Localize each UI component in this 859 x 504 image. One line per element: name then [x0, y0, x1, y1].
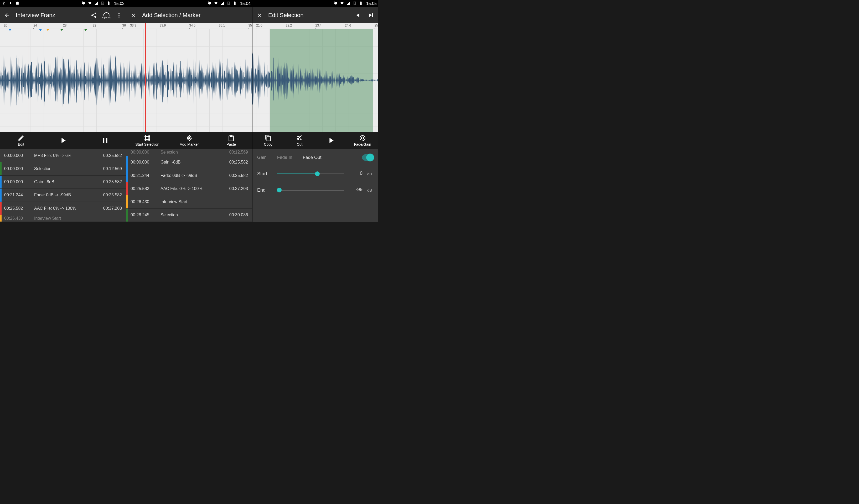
marker-icon[interactable] [39, 29, 42, 31]
list-description: Selection [156, 212, 224, 217]
auphonic-button[interactable]: auphonic [103, 11, 110, 19]
list-item[interactable]: 00:00.000 Gain: -8dB 00:25.582 [0, 176, 126, 189]
list-item[interactable]: 00:25.582 AAC File: 0% -> 100% 00:37.203 [0, 202, 126, 215]
playhead[interactable] [28, 23, 28, 132]
add-marker-button[interactable]: Add Marker [168, 135, 210, 146]
edit-list[interactable]: 00:00.000 MP3 File: 0% -> 6% 00:25.582 0… [0, 149, 126, 222]
ruler-tick: 23.4 [316, 23, 321, 27]
wifi-icon [88, 1, 92, 6]
ruler-tick: 28 [63, 23, 66, 27]
start-selection-button[interactable]: Start Selection [126, 135, 168, 146]
wifi-icon [340, 1, 344, 6]
list-description: AAC File: 0% -> 100% [156, 186, 224, 191]
time-ruler[interactable]: 2024283236 [0, 23, 126, 29]
slider-track[interactable] [277, 174, 344, 174]
list-item[interactable]: 00:00.000 MP3 File: 0% -> 6% 00:25.582 [0, 149, 126, 162]
cut-button[interactable]: Cut [284, 135, 316, 146]
ruler-tick: 32 [93, 23, 96, 27]
list-end-time: 00:12.569 [98, 167, 126, 171]
ruler-tick: 35.7 [248, 23, 252, 27]
list-end-time: 00:25.582 [98, 153, 126, 158]
fade-gain-button[interactable]: Fade/Gain [347, 135, 378, 146]
waveform[interactable] [0, 29, 126, 132]
slider-thumb[interactable] [315, 171, 320, 176]
list-item[interactable]: 00:26.430 Interview Start [0, 215, 126, 222]
fade-toggle[interactable] [362, 154, 374, 161]
play-button[interactable] [42, 136, 84, 145]
alarm-icon [334, 1, 338, 6]
list-end-time: 00:37.203 [98, 206, 126, 211]
toolbar: Edit [0, 132, 126, 149]
waveform-area[interactable]: 33.333.934.535.135.7 [126, 23, 252, 132]
paste-button[interactable]: Paste [210, 135, 252, 146]
signal-icon [220, 1, 224, 6]
fade-tab-fade-in[interactable]: Fade In [277, 155, 292, 160]
list-start-time: 00:00.000 [2, 153, 30, 158]
slider-value[interactable]: 0 [349, 171, 362, 177]
slider-value[interactable]: -99 [349, 187, 362, 193]
list-item[interactable]: 00:26.430 Interview Start [126, 195, 252, 208]
antenna-icon [2, 1, 6, 6]
waveform-area[interactable]: 21.022.223.424.625.8 [253, 23, 378, 132]
list-end-time: 00:37.203 [224, 186, 252, 191]
marker-icon[interactable] [84, 29, 87, 31]
list-end-time: 00:25.582 [98, 193, 126, 198]
list-item[interactable]: 00:21.244 Fade: 0dB -> -99dB 00:25.582 [0, 189, 126, 202]
playhead[interactable] [145, 23, 146, 132]
playhead[interactable] [269, 23, 269, 132]
list-description: MP3 File: 0% -> 6% [30, 153, 98, 158]
overflow-button[interactable] [115, 11, 123, 19]
nosim-icon [352, 1, 357, 6]
back-button[interactable] [3, 11, 11, 19]
ruler-tick: 35.1 [219, 23, 225, 27]
jump-end-button[interactable] [367, 11, 375, 19]
list-start-time: 00:25.582 [2, 206, 30, 211]
list-item[interactable]: 00:28.245 Selection 00:30.086 [126, 209, 252, 222]
play-button[interactable] [316, 136, 347, 145]
page-title: Interview Franz [16, 12, 85, 19]
list-item[interactable]: 00:00.000 Gain: -8dB 00:25.582 [126, 156, 252, 169]
time-ruler[interactable]: 21.022.223.424.625.8 [253, 23, 378, 29]
edit-list[interactable]: 00:00.000 Selection 00:12.569 00:00.000 … [126, 149, 252, 222]
list-start-time: 00:00.000 [128, 160, 156, 164]
signal-icon [346, 1, 350, 6]
list-start-time: 00:28.245 [128, 212, 156, 217]
app-bar: Interview Franz auphonic [0, 7, 126, 23]
copy-button[interactable]: Copy [253, 135, 284, 146]
waveform-area[interactable]: 2024283236 [0, 23, 126, 132]
list-item[interactable]: 00:00.000 Selection 00:12.569 [126, 149, 252, 156]
close-button[interactable] [130, 11, 137, 19]
status-clock: 15:04 [240, 1, 251, 6]
marker-icon[interactable] [60, 29, 63, 31]
marker-icon[interactable] [46, 29, 49, 31]
close-button[interactable] [256, 11, 263, 19]
share-button[interactable] [90, 11, 98, 19]
edit-button[interactable]: Edit [0, 135, 42, 146]
slider-track[interactable] [277, 190, 344, 191]
slider-unit: dB [367, 188, 374, 192]
list-description: AAC File: 0% -> 100% [30, 206, 98, 211]
list-item[interactable]: 00:21.244 Fade: 0dB -> -99dB 00:25.582 [126, 169, 252, 182]
battery-icon [233, 1, 237, 6]
list-item[interactable]: 00:25.582 AAC File: 0% -> 100% 00:37.203 [126, 182, 252, 195]
waveform[interactable] [253, 29, 378, 131]
fade-tab-gain[interactable]: Gain [257, 155, 267, 160]
list-description: Gain: -8dB [156, 160, 224, 164]
phone-screen-2: 15:04 Add Selection / Marker 33.333.934.… [126, 0, 252, 222]
alarm-icon [208, 1, 212, 6]
status-clock: 15:05 [366, 1, 377, 6]
phone-screen-1: 15:03 Interview Franz auphonic 202428323… [0, 0, 126, 222]
app-bar: Add Selection / Marker [126, 7, 252, 23]
svg-point-0 [119, 13, 120, 14]
fade-tab-fade-out[interactable]: Fade Out [303, 155, 321, 160]
list-start-time: 00:25.582 [128, 186, 156, 191]
slider-label: Start [257, 171, 272, 177]
list-end-time: 00:25.582 [224, 173, 252, 178]
list-item[interactable]: 00:00.000 Selection 00:12.569 [0, 162, 126, 175]
list-description: Gain: -8dB [30, 179, 98, 184]
battery-icon [359, 1, 363, 6]
jump-start-button[interactable] [355, 11, 362, 19]
pause-button[interactable] [84, 136, 126, 145]
slider-thumb[interactable] [277, 188, 282, 192]
marker-icon[interactable] [9, 29, 12, 31]
